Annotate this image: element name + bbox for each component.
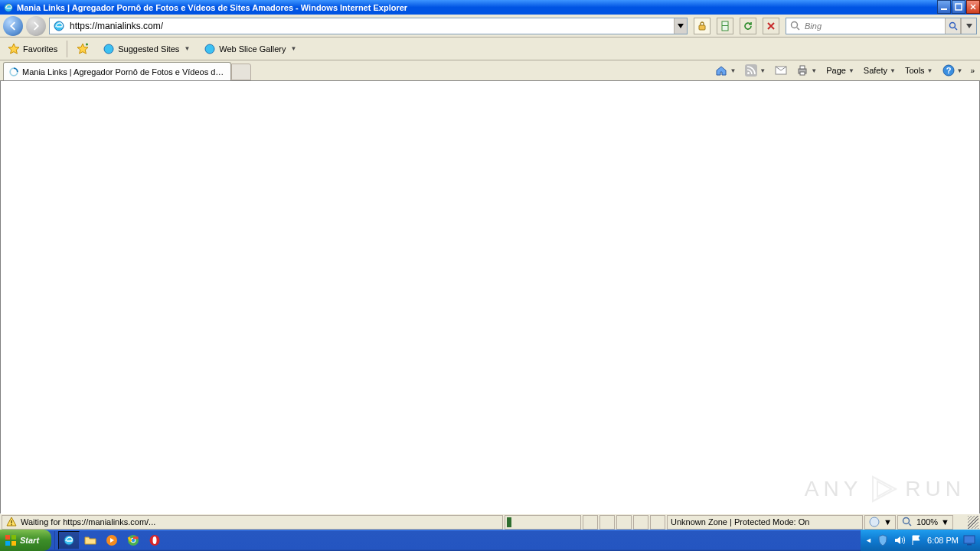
taskbar-item-opera[interactable] — [144, 531, 165, 549]
svg-point-22 — [870, 517, 879, 527]
svg-rect-21 — [11, 524, 11, 525]
zoom-control[interactable]: 100% ▼ — [897, 515, 953, 530]
ie-slice-icon — [204, 43, 216, 55]
svg-point-7 — [792, 21, 798, 28]
chevron-down-icon: ▼ — [730, 67, 736, 74]
svg-point-34 — [153, 536, 157, 544]
url-input[interactable] — [68, 19, 674, 33]
mail-icon — [775, 64, 787, 77]
back-button[interactable] — [3, 16, 23, 36]
tray-flag-icon[interactable] — [910, 534, 923, 546]
status-message-cell: Waiting for https://manialinks.com/... — [2, 515, 503, 530]
svg-text:?: ? — [946, 66, 951, 75]
web-slice-gallery-link[interactable]: Web Slice Gallery ▼ — [199, 41, 301, 57]
page-menu-button[interactable]: Page ▼ — [823, 64, 858, 77]
progress-fill — [507, 517, 511, 527]
stop-button[interactable] — [763, 18, 779, 34]
tools-menu-button[interactable]: Tools ▼ — [902, 64, 936, 77]
security-lock-icon[interactable] — [694, 18, 710, 34]
svg-rect-24 — [5, 535, 10, 540]
status-bar: Waiting for https://manialinks.com/... U… — [0, 514, 980, 530]
add-to-favorites-bar-button[interactable] — [72, 41, 93, 57]
help-button[interactable]: ? ▼ — [939, 63, 966, 78]
star-add-icon — [77, 43, 89, 55]
maximize-button[interactable] — [952, 0, 965, 14]
taskbar-item-media[interactable] — [101, 531, 122, 549]
address-bar[interactable] — [49, 18, 688, 34]
search-box[interactable] — [786, 18, 977, 34]
taskbar-clock[interactable]: 6:08 PM — [927, 536, 959, 545]
printer-icon — [796, 64, 808, 77]
minimize-button[interactable] — [937, 0, 951, 14]
svg-rect-36 — [967, 544, 972, 546]
taskbar-separator — [54, 531, 55, 549]
chevron-down-icon: ▼ — [848, 67, 854, 74]
url-dropdown-button[interactable] — [674, 18, 687, 34]
privacy-report-button[interactable]: ▼ — [864, 515, 896, 530]
rss-icon — [745, 64, 757, 77]
taskbar-item-chrome[interactable] — [122, 531, 144, 549]
command-bar-overflow[interactable]: » — [969, 67, 975, 75]
search-input[interactable] — [805, 21, 945, 31]
ie-page-icon — [103, 43, 115, 55]
page-content-area: ANY RUN — [0, 81, 980, 514]
chevron-down-icon: ▼ — [291, 45, 297, 52]
svg-rect-4 — [699, 25, 705, 30]
separator — [67, 41, 67, 57]
refresh-button[interactable] — [740, 18, 756, 34]
favorites-button[interactable]: Favorites — [3, 41, 62, 57]
system-tray: ◄ 6:08 PM — [861, 530, 980, 551]
home-icon — [715, 64, 727, 77]
play-triangle-icon — [868, 474, 899, 504]
browser-tab[interactable]: Mania Links | Agregador Pornô de Fotos e… — [3, 62, 231, 80]
zoom-level: 100% — [916, 517, 938, 527]
suggested-sites-link[interactable]: Suggested Sites ▼ — [98, 41, 194, 57]
safety-menu-button[interactable]: Safety ▼ — [861, 64, 899, 77]
svg-rect-12 — [745, 64, 757, 77]
new-tab-button[interactable] — [231, 64, 251, 80]
svg-point-32 — [132, 539, 136, 543]
window-titlebar: Mania Links | Agregador Pornô de Fotos e… — [0, 0, 980, 15]
home-button[interactable]: ▼ — [712, 63, 739, 78]
taskbar-item-explorer[interactable] — [80, 531, 101, 549]
svg-point-10 — [205, 44, 214, 54]
chevron-down-icon: ▼ — [927, 67, 933, 74]
taskbar-item-ie[interactable] — [58, 531, 80, 549]
tray-shield-icon[interactable] — [877, 534, 889, 546]
progress-bar — [505, 515, 581, 530]
svg-rect-27 — [11, 541, 16, 546]
chevron-down-icon: ▼ — [760, 67, 766, 74]
svg-rect-35 — [964, 536, 975, 543]
start-button[interactable]: Start — [0, 530, 51, 551]
status-empty-cell — [650, 515, 665, 530]
feeds-button[interactable]: ▼ — [742, 63, 769, 78]
status-empty-cell — [583, 515, 598, 530]
tray-expand-icon[interactable]: ◄ — [865, 536, 872, 544]
zoom-icon — [901, 516, 913, 528]
chevron-down-icon: ▼ — [884, 517, 892, 527]
tray-volume-icon[interactable] — [893, 534, 906, 546]
forward-button[interactable] — [26, 16, 46, 36]
site-favicon-icon — [53, 20, 65, 32]
zone-text: Unknown Zone | Protected Mode: On — [671, 517, 809, 527]
warning-icon — [5, 516, 18, 528]
privacy-icon — [868, 516, 880, 528]
svg-point-9 — [104, 44, 113, 54]
search-options-button[interactable] — [961, 18, 976, 34]
status-empty-cell — [616, 515, 632, 530]
svg-rect-25 — [11, 535, 16, 540]
security-zone-cell[interactable]: Unknown Zone | Protected Mode: On — [667, 515, 863, 530]
favorites-label: Favorites — [23, 44, 57, 54]
print-button[interactable]: ▼ — [793, 63, 820, 78]
search-go-button[interactable] — [945, 18, 960, 34]
chevron-down-icon: ▼ — [184, 45, 190, 52]
resize-grip[interactable] — [968, 516, 978, 529]
svg-rect-26 — [5, 541, 10, 546]
folder-icon — [84, 534, 96, 546]
close-button[interactable] — [966, 0, 980, 14]
compatibility-view-button[interactable] — [717, 18, 733, 34]
tray-desktop-icon[interactable] — [963, 534, 975, 546]
read-mail-button[interactable] — [772, 63, 790, 78]
suggested-sites-label: Suggested Sites — [118, 44, 179, 54]
windows-flag-icon — [5, 534, 17, 546]
